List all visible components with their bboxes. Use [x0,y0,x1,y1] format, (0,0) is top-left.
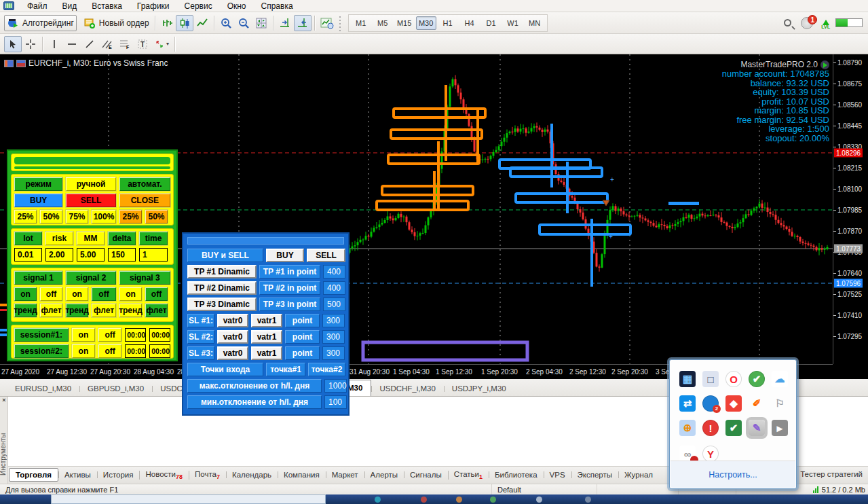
timeframe-H4[interactable]: H4 [459,16,480,30]
menu-Справка[interactable]: Справка [254,1,301,12]
bars-button[interactable] [158,15,176,31]
algo-trading-button[interactable]: Алготрейдинг [4,15,77,31]
cloud-sync-icon[interactable]: ☁ [772,371,788,387]
tp-point-button-3[interactable]: TP #3 in point [259,298,320,311]
timeframe-M1[interactable]: M1 [351,16,371,30]
session-off-button[interactable]: off [98,328,121,342]
windows-taskbar[interactable] [0,494,868,504]
chart-tab-USDJPY_i[interactable]: USDJPY_i,M30 [444,382,514,396]
onoff-button-off[interactable]: off [92,287,116,301]
param-button-risk[interactable]: risk [45,232,73,245]
shield-icon[interactable]: ✔ [725,420,742,436]
vatr0-button-2[interactable]: vatr0 [217,330,248,344]
channel-tool-button[interactable]: E [98,36,116,52]
mode-button-режим[interactable]: режим [14,177,62,191]
templates-button[interactable] [318,15,337,31]
sl-label-2[interactable]: SL #2: [187,330,214,344]
notification-icon[interactable]: 1 [801,17,813,29]
chart-tab-EURUSD_i[interactable]: EURUSD_i,M30 [7,382,79,396]
sl-value-input-1[interactable]: 300 [322,314,345,327]
arrows-tool-button[interactable]: ▾ [151,36,172,52]
taskbar-app-icon[interactable] [375,497,381,503]
tab-История[interactable]: История [97,469,140,481]
cursor-tool-button[interactable] [4,36,22,52]
session-time-input[interactable]: 00:00 [149,328,170,342]
param-button-lot[interactable]: lot [14,232,42,245]
menu-Вид[interactable]: Вид [55,1,85,12]
trend-button-флет[interactable]: флет [40,304,62,317]
param-input-0[interactable]: 0.01 [14,248,42,262]
tab-Статьи[interactable]: Статьи1 [448,468,489,482]
close-panel-icon[interactable]: × [1,397,7,404]
tp-dinamic-button-3[interactable]: TP #3 Dinamic [187,298,257,311]
trend-button-тренд[interactable]: тренд [14,304,37,317]
tab-Библиотека[interactable]: Библиотека [489,469,544,481]
param-input-1[interactable]: 2.00 [45,248,73,262]
autoscroll-button[interactable] [276,15,294,31]
session-label[interactable]: session#1: [14,328,69,342]
mode-button-автомат.[interactable]: автомат. [119,177,170,191]
signal-button-signal 2[interactable]: signal 2 [66,271,115,285]
menu-Графики[interactable]: Графики [130,1,177,12]
tab-Журнал[interactable]: Журнал [618,469,659,481]
trend-button-флет[interactable]: флет [92,304,116,317]
teamviewer-icon[interactable]: ⇄ [679,395,696,412]
hline-tool-button[interactable] [63,36,81,52]
chart-tab-USDCHF_i[interactable]: USDCHF_i,M30 [371,382,443,396]
trend-button-тренд[interactable]: тренд [66,304,88,317]
point2-button[interactable]: точка#2 [308,363,345,376]
trade-button-SELL[interactable]: SELL [66,194,115,207]
crosshair-tool-button[interactable] [22,36,39,52]
session-off-button[interactable]: off [98,344,121,358]
timeframe-H1[interactable]: H1 [438,16,458,30]
vatr1-button-3[interactable]: vatr1 [251,346,282,360]
tab-Новости[interactable]: Новости78 [139,468,189,482]
deviation-input-2[interactable]: 100 [324,395,347,409]
red-app-icon[interactable]: ◆ [725,395,742,412]
percent-button-25%[interactable]: 25% [119,210,142,223]
taskbar-app-icon[interactable] [585,497,591,503]
media-player-icon[interactable]: ▦ [679,371,696,387]
tp-dinamic-button-1[interactable]: TP #1 Dinamic [187,265,257,278]
sl-value-input-2[interactable]: 300 [322,330,345,344]
vatr1-button-2[interactable]: vatr1 [251,330,282,344]
buy-and-sell-button[interactable]: BUY и SELL [187,249,263,262]
trend-button-флет[interactable]: флет [145,304,168,317]
mode-button-ручной[interactable]: ручной [66,177,115,191]
vatr0-button-3[interactable]: vatr0 [217,346,248,360]
chart-area[interactable]: ++ EURCHF_i, M30: Euro vs Swiss Franc Ma… [0,54,868,379]
zoom-out-button[interactable] [235,15,252,31]
point-button-1[interactable]: point [285,314,320,327]
entry-points-button[interactable]: Точки входа [187,363,263,376]
point1-button[interactable]: точка#1 [266,363,305,376]
tp-point-button-1[interactable]: TP #1 in point [259,265,320,278]
trendline-tool-button[interactable] [81,36,98,52]
opera-icon[interactable]: O [725,371,742,387]
fibonacci-tool-button[interactable]: F [116,36,134,52]
chart-shift-button[interactable] [294,15,312,31]
display-settings-icon[interactable]: □ [702,371,719,387]
text-tool-button[interactable]: T [134,36,151,52]
timeframe-MN[interactable]: MN [525,16,545,30]
dark-arrow-icon[interactable]: ► [772,420,788,436]
param-input-2[interactable]: 5.00 [77,248,105,262]
vline-tool-button[interactable] [45,36,63,52]
vatr0-button-1[interactable]: vatr0 [217,314,248,327]
antivirus-ok-icon[interactable]: ✔ [749,371,765,387]
flag-icon[interactable]: ⚐ [772,395,788,412]
session-time-input[interactable]: 00:00 [125,328,146,342]
status-profile[interactable]: Default [492,484,597,494]
tab-Маркет[interactable]: Маркет [326,469,364,481]
param-button-MM[interactable]: MM [77,232,105,245]
chart-tab-GBPUSD_i[interactable]: GBPUSD_i,M30 [79,382,152,396]
percent-button-25%[interactable]: 25% [14,210,37,223]
tab-Эксперты[interactable]: Эксперты [571,469,618,481]
zoom-in-button[interactable] [217,15,235,31]
search-icon[interactable] [784,19,791,26]
deviation-button-2[interactable]: мин.отклонение от h/l. дня [187,395,322,409]
session-time-input[interactable]: 00:00 [125,344,146,358]
feather-pen-icon[interactable]: ✎ [749,420,765,436]
sell-button[interactable]: SELL [307,249,345,262]
deviation-button-1[interactable]: макс.отклонение от h/l. дня [187,379,322,393]
percent-button-50%[interactable]: 50% [145,210,168,223]
